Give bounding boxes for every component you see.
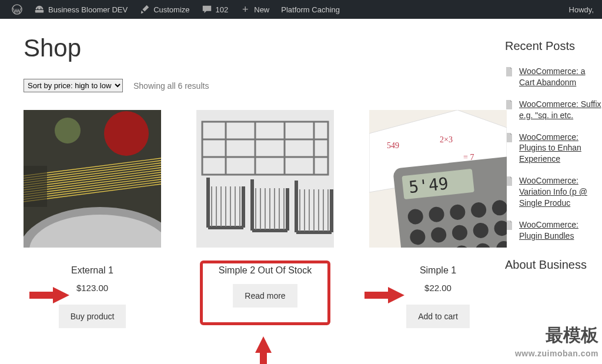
brush-icon xyxy=(139,4,150,15)
svg-point-4 xyxy=(55,118,81,143)
site-name-label: Business Bloomer DEV xyxy=(48,5,128,14)
list-item: WooCommerce: Plugin Bundles xyxy=(505,219,602,242)
comment-icon xyxy=(202,4,212,15)
customize-label: Customize xyxy=(153,5,189,14)
svg-rect-1 xyxy=(35,10,44,13)
product-image: 5492×3= 7 5'49 xyxy=(369,110,507,248)
product-image-link[interactable] xyxy=(196,110,334,248)
svg-text:549: 549 xyxy=(387,141,399,150)
about-title: About Business xyxy=(505,258,602,272)
list-item: WooCommerce: Variation Info (p @ Single … xyxy=(505,175,602,209)
recent-posts-title: Recent Posts xyxy=(505,39,602,53)
comments-link[interactable]: 102 xyxy=(196,0,235,19)
howdy-label: Howdy, xyxy=(569,5,594,14)
svg-text:5'49: 5'49 xyxy=(408,173,450,197)
platform-caching-label: Platform Caching xyxy=(281,5,340,14)
svg-rect-19 xyxy=(24,166,47,207)
product-image xyxy=(24,110,161,248)
recent-post-link[interactable]: WooCommerce: Variation Info (p @ Single … xyxy=(519,175,602,209)
svg-marker-73 xyxy=(364,287,404,303)
product-title: Simple 2 Out Of Stock xyxy=(196,265,334,276)
recent-post-link[interactable]: WooCommerce: Suffix e.g. "sq. in etc. xyxy=(519,99,602,121)
document-icon xyxy=(505,67,513,76)
platform-caching-link[interactable]: Platform Caching xyxy=(275,0,346,19)
product-image-link[interactable] xyxy=(24,110,161,248)
new-content-link[interactable]: + New xyxy=(234,0,275,19)
admin-bar-left: Business Bloomer DEV Customize 102 + New… xyxy=(6,0,346,19)
main-content: Shop Sort by price: high to low Showing … xyxy=(24,31,481,328)
shop-controls: Sort by price: high to low Showing all 6… xyxy=(24,79,481,92)
product-title: External 1 xyxy=(24,265,161,276)
wp-logo[interactable] xyxy=(6,0,28,19)
page-body: Shop Sort by price: high to low Showing … xyxy=(0,19,602,328)
list-item: WooCommerce: a Cart Abandonm xyxy=(505,66,602,88)
recent-post-link[interactable]: WooCommerce: a Cart Abandonm xyxy=(519,66,602,88)
watermark-url: www.zuimoban.com xyxy=(515,349,598,358)
new-label: New xyxy=(254,5,269,14)
list-item: WooCommerce: Plugins to Enhan Experience xyxy=(505,132,602,165)
customize-link[interactable]: Customize xyxy=(133,0,195,19)
comments-count: 102 xyxy=(216,5,229,14)
add-to-cart-button[interactable]: Add to cart xyxy=(406,305,470,328)
recent-posts-list: WooCommerce: a Cart Abandonm WooCommerce… xyxy=(505,66,602,242)
product-image xyxy=(196,110,334,248)
recent-post-link[interactable]: WooCommerce: Plugins to Enhan Experience xyxy=(519,132,602,165)
svg-marker-72 xyxy=(29,287,69,303)
read-more-button[interactable]: Read more xyxy=(233,284,297,308)
result-count: Showing all 6 results xyxy=(133,81,209,91)
svg-text:2×3: 2×3 xyxy=(440,135,453,144)
plus-icon: + xyxy=(240,4,250,15)
sort-select[interactable]: Sort by price: high to low xyxy=(24,79,123,92)
wp-admin-bar: Business Bloomer DEV Customize 102 + New… xyxy=(0,0,602,19)
page-title: Shop xyxy=(24,34,481,62)
document-icon xyxy=(505,100,513,109)
product-image-link[interactable]: 5492×3= 7 5'49 xyxy=(369,110,507,248)
annotation-arrow-up-icon xyxy=(254,335,273,364)
product-grid: External 1 $123.00 Buy product xyxy=(24,110,481,328)
sidebar: Recent Posts WooCommerce: a Cart Abandon… xyxy=(505,31,602,328)
product-title: Simple 1 xyxy=(369,265,507,276)
svg-marker-74 xyxy=(255,336,272,364)
product-card-simple-2: Simple 2 Out Of Stock Read more xyxy=(196,110,334,328)
list-item: WooCommerce: Suffix e.g. "sq. in etc. xyxy=(505,99,602,121)
recent-post-link[interactable]: WooCommerce: Plugin Bundles xyxy=(519,219,602,242)
annotation-arrow-right-icon xyxy=(364,286,406,305)
dashboard-icon xyxy=(34,4,45,15)
svg-point-3 xyxy=(104,111,149,156)
svg-rect-54 xyxy=(393,155,507,248)
howdy-user[interactable]: Howdy, xyxy=(569,5,596,14)
buy-product-button[interactable]: Buy product xyxy=(59,305,126,328)
site-name-link[interactable]: Business Bloomer DEV xyxy=(28,0,133,19)
annotation-arrow-right-icon xyxy=(29,286,71,305)
